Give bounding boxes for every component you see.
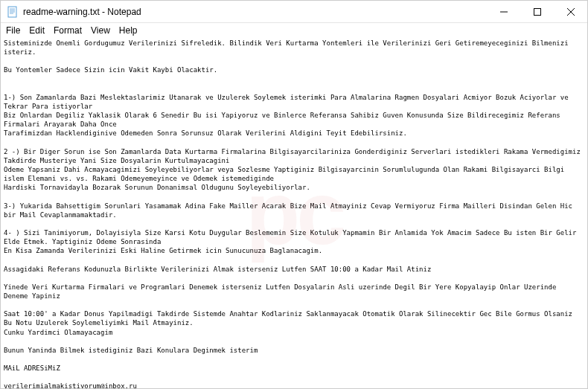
svg-rect-6: [534, 8, 540, 15]
titlebar: readme-warning.txt - Notepad: [1, 1, 587, 23]
titlebar-left: readme-warning.txt - Notepad: [1, 6, 141, 18]
window-controls: [487, 1, 587, 22]
minimize-button[interactable]: [487, 1, 520, 22]
menu-view[interactable]: View: [87, 25, 114, 36]
menu-file[interactable]: File: [2, 25, 24, 36]
window-title: readme-warning.txt - Notepad: [23, 7, 141, 17]
close-button[interactable]: [554, 1, 587, 22]
notepad-icon: [7, 6, 19, 18]
text-area[interactable]: Sisteminizde Onemli Gordugumuz Verilerin…: [1, 37, 587, 388]
menu-format[interactable]: Format: [50, 25, 86, 36]
menu-edit[interactable]: Edit: [25, 25, 48, 36]
document-text: Sisteminizde Onemli Gordugumuz Verilerin…: [4, 39, 584, 388]
maximize-button[interactable]: [520, 1, 554, 22]
menu-help[interactable]: Help: [115, 25, 141, 36]
menubar: File Edit Format View Help: [1, 23, 587, 37]
